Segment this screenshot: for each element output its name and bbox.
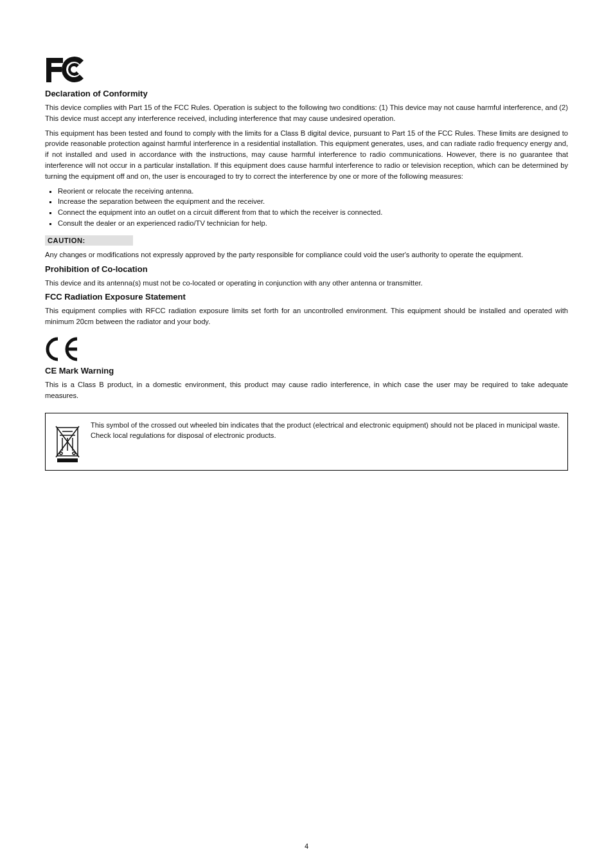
ce-text: This is a Class B product, in a domestic… <box>45 379 568 401</box>
fcc-measures-list: Reorient or relocate the receiving anten… <box>45 186 568 229</box>
fcc-paragraph-1: This device complies with Part 15 of the… <box>45 102 568 124</box>
fcc-declaration-title: Declaration of Conformity <box>45 89 568 98</box>
weee-text: This symbol of the crossed out wheeled b… <box>91 420 560 442</box>
ce-logo-icon <box>45 336 568 362</box>
prohibition-title: Prohibition of Co-location <box>45 264 568 274</box>
exposure-title: FCC Radiation Exposure Statement <box>45 292 568 302</box>
weee-notice-box: This symbol of the crossed out wheeled b… <box>45 413 568 471</box>
prohibition-text: This device and its antenna(s) must not … <box>45 278 568 289</box>
caution-text: Any changes or modifications not express… <box>45 249 568 260</box>
weee-bin-icon <box>53 424 82 464</box>
document-page: Declaration of Conformity This device co… <box>0 0 613 868</box>
exposure-text: This equipment complies with RFCC radiat… <box>45 305 568 327</box>
list-item: Consult the dealer or an experienced rad… <box>58 218 568 229</box>
caution-label: CAUTION: <box>45 235 133 246</box>
svg-rect-11 <box>57 458 78 462</box>
fcc-logo-icon <box>45 54 568 85</box>
list-item: Increase the separation between the equi… <box>58 196 568 207</box>
svg-point-7 <box>60 452 62 455</box>
fcc-paragraph-2: This equipment has been tested and found… <box>45 128 568 182</box>
ce-title: CE Mark Warning <box>45 366 568 375</box>
page-number: 4 <box>0 842 613 850</box>
list-item: Reorient or relocate the receiving anten… <box>58 186 568 197</box>
list-item: Connect the equipment into an outlet on … <box>58 207 568 218</box>
svg-point-8 <box>73 452 75 455</box>
